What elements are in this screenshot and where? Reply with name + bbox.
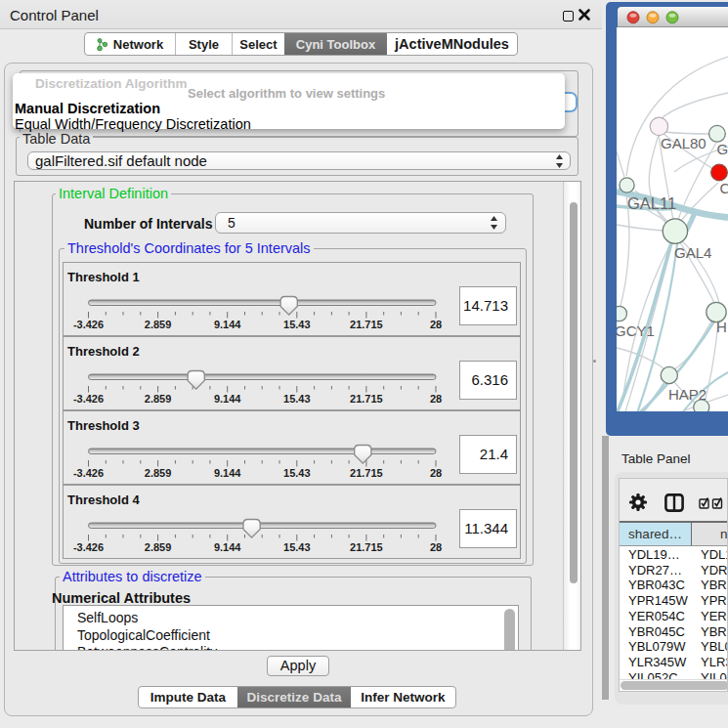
svg-text:2.859: 2.859 — [145, 393, 172, 405]
svg-text:15.43: 15.43 — [283, 467, 311, 479]
svg-text:9.144: 9.144 — [214, 467, 241, 479]
svg-text:28: 28 — [430, 467, 442, 479]
svg-text:2.859: 2.859 — [145, 467, 172, 479]
svg-text:C: C — [720, 180, 728, 196]
svg-text:15.43: 15.43 — [283, 393, 311, 405]
svg-text:9.144: 9.144 — [214, 319, 241, 330]
svg-text:-3.426: -3.426 — [73, 541, 104, 553]
svg-text:GAL80: GAL80 — [661, 135, 707, 151]
svg-text:15.43: 15.43 — [283, 541, 311, 553]
svg-text:GAL4: GAL4 — [674, 244, 711, 261]
svg-text:HAP2: HAP2 — [668, 386, 707, 403]
svg-text:-3.426: -3.426 — [73, 319, 104, 330]
svg-text:GAL11: GAL11 — [627, 194, 676, 212]
svg-text:28: 28 — [430, 541, 442, 553]
svg-text:15.43: 15.43 — [283, 319, 311, 330]
svg-text:9.144: 9.144 — [214, 541, 241, 553]
svg-text:GCY1: GCY1 — [617, 322, 655, 339]
svg-text:21.715: 21.715 — [350, 393, 383, 405]
svg-text:21.715: 21.715 — [350, 467, 383, 479]
svg-text:H: H — [716, 319, 727, 335]
svg-text:2.859: 2.859 — [145, 319, 172, 330]
svg-text:2.859: 2.859 — [145, 541, 172, 553]
svg-text:GA: GA — [717, 141, 728, 157]
svg-text:28: 28 — [430, 393, 442, 405]
svg-text:28: 28 — [430, 319, 442, 330]
svg-text:-3.426: -3.426 — [73, 467, 104, 479]
svg-text:-3.426: -3.426 — [73, 393, 104, 405]
svg-text:21.715: 21.715 — [350, 319, 383, 330]
svg-text:21.715: 21.715 — [350, 541, 383, 553]
svg-text:9.144: 9.144 — [214, 393, 241, 405]
